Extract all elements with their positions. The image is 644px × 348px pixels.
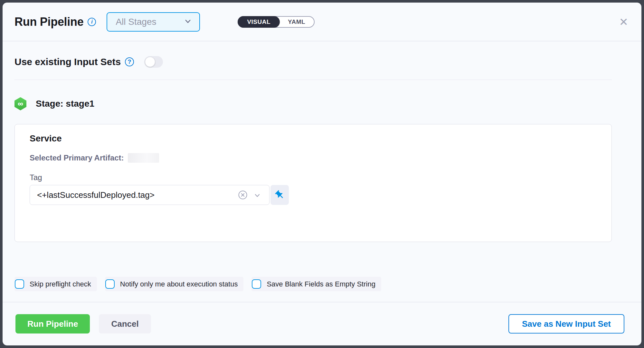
tab-visual[interactable]: VISUAL [238, 16, 280, 28]
stage-heading: Stage: stage1 [36, 99, 94, 109]
modal-header: Run Pipeline i All Stages VISUAL YAML ✕ [3, 3, 641, 41]
clear-icon[interactable] [238, 190, 248, 200]
chevron-down-icon [184, 17, 192, 27]
tag-row [30, 185, 597, 205]
option-label: Skip preflight check [30, 280, 91, 288]
stage-row: ∞ Stage: stage1 [14, 97, 612, 110]
selected-artifact-label: Selected Primary Artifact: [30, 153, 124, 162]
deploy-stage-icon: ∞ [14, 97, 26, 111]
option-notify-only-me[interactable]: Notify only me about execution status [105, 277, 244, 291]
info-icon[interactable]: i [88, 18, 96, 26]
tab-yaml[interactable]: YAML [279, 17, 314, 27]
modal-footer: Run Pipeline Cancel Save as New Input Se… [3, 302, 641, 345]
run-pipeline-modal: Run Pipeline i All Stages VISUAL YAML ✕ … [3, 3, 641, 345]
checkbox[interactable] [15, 279, 24, 289]
section-divider [14, 80, 612, 80]
pin-icon[interactable] [270, 185, 289, 205]
modal-body: Use existing Input Sets ? ∞ Stage: stage… [3, 41, 641, 302]
run-options-row: Skip preflight check Notify only me abou… [14, 277, 612, 291]
checkbox[interactable] [252, 279, 261, 289]
selected-artifact-value-redacted [128, 153, 159, 163]
close-icon[interactable]: ✕ [618, 15, 630, 29]
checkbox[interactable] [105, 279, 115, 289]
use-existing-input-sets-label: Use existing Input Sets [14, 56, 121, 67]
option-label: Save Blank Fields as Empty String [267, 280, 375, 288]
service-heading: Service [30, 133, 597, 144]
modal-backdrop: Run Pipeline i All Stages VISUAL YAML ✕ … [0, 0, 644, 348]
input-sets-toggle-switch[interactable] [144, 56, 163, 68]
cancel-button[interactable]: Cancel [99, 314, 151, 334]
visual-yaml-toggle: VISUAL YAML [238, 16, 315, 28]
use-existing-input-sets-row: Use existing Input Sets ? [14, 55, 612, 69]
toggle-knob [145, 57, 155, 67]
option-label: Notify only me about execution status [120, 280, 238, 288]
page-title: Run Pipeline [14, 15, 83, 29]
selected-artifact-row: Selected Primary Artifact: [30, 153, 597, 163]
tag-input[interactable] [30, 185, 270, 205]
stage-selector-dropdown[interactable]: All Stages [107, 12, 200, 32]
option-save-blank-fields[interactable]: Save Blank Fields as Empty String [251, 277, 381, 291]
chevron-down-icon[interactable] [253, 191, 261, 199]
service-card: Service Selected Primary Artifact: Tag [14, 124, 612, 242]
tag-label: Tag [30, 173, 597, 182]
stage-selector-value: All Stages [116, 17, 184, 27]
save-as-new-input-set-button[interactable]: Save as New Input Set [508, 314, 624, 334]
run-pipeline-button[interactable]: Run Pipeline [15, 314, 90, 334]
option-skip-preflight[interactable]: Skip preflight check [14, 277, 97, 291]
help-icon[interactable]: ? [125, 57, 134, 66]
tag-input-wrap [30, 185, 270, 205]
